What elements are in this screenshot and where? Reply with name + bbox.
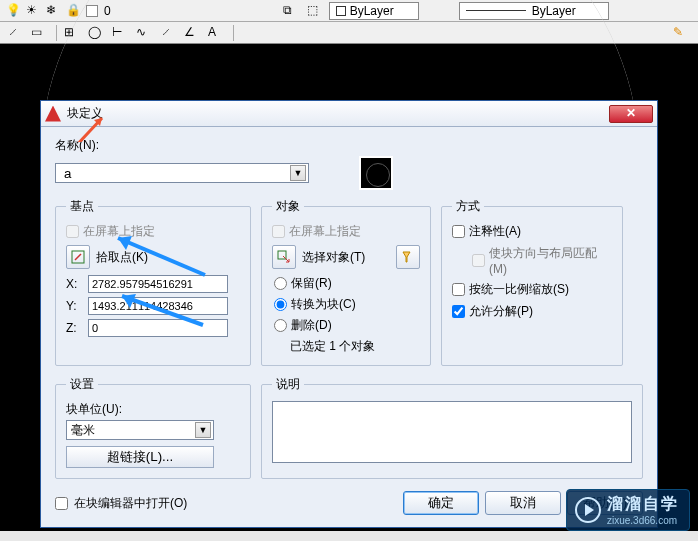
- uniform-scale-checkbox[interactable]: [452, 283, 465, 296]
- open-in-editor-label: 在块编辑器中打开(O): [74, 495, 187, 512]
- convert-radio[interactable]: [274, 298, 287, 311]
- unit-value: 毫米: [71, 422, 95, 439]
- allow-explode-checkbox[interactable]: [452, 305, 465, 318]
- app-icon: [45, 106, 61, 122]
- pick-point-label: 拾取点(K): [96, 249, 148, 266]
- unit-label: 块单位(U):: [66, 401, 240, 418]
- chevron-down-icon[interactable]: ▼: [195, 422, 211, 438]
- hyperlink-button[interactable]: 超链接(L)...: [66, 446, 214, 468]
- play-icon: [575, 497, 601, 523]
- z-label: Z:: [66, 321, 82, 335]
- pick-point-icon: [71, 250, 85, 264]
- basepoint-onscreen-label: 在屏幕上指定: [83, 223, 155, 240]
- rect-tool-icon[interactable]: ▭: [30, 24, 50, 42]
- objects-legend: 对象: [272, 198, 304, 215]
- watermark-url: zixue.3d66.com: [607, 515, 679, 526]
- freeze-icon[interactable]: ❄: [46, 3, 62, 19]
- dialog-title: 块定义: [67, 105, 609, 122]
- watermark-brand: 溜溜自学: [607, 494, 679, 515]
- allow-explode-label: 允许分解(P): [469, 303, 533, 320]
- selection-status: 已选定 1 个对象: [290, 338, 420, 355]
- select-objects-icon: [277, 250, 291, 264]
- quick-select-icon: [401, 250, 415, 264]
- block-preview: [359, 156, 393, 190]
- description-group: 说明: [261, 376, 643, 479]
- quick-select-button[interactable]: [396, 245, 420, 269]
- uniform-scale-label: 按统一比例缩放(S): [469, 281, 569, 298]
- match-orientation-checkbox: [472, 254, 485, 267]
- name-label: 名称(N):: [55, 137, 643, 154]
- close-button[interactable]: ✕: [609, 105, 653, 123]
- annotative-label: 注释性(A): [469, 223, 521, 240]
- lightbulb-icon[interactable]: 💡: [6, 3, 22, 19]
- behavior-legend: 方式: [452, 198, 484, 215]
- delete-label: 删除(D): [291, 317, 332, 334]
- basepoint-onscreen-checkbox: [66, 225, 79, 238]
- watermark: 溜溜自学 zixue.3d66.com: [566, 489, 690, 531]
- open-in-editor-checkbox[interactable]: [55, 497, 68, 510]
- cancel-button[interactable]: 取消: [485, 491, 561, 515]
- select-objects-button[interactable]: [272, 245, 296, 269]
- line-tool-icon[interactable]: ⟋: [6, 24, 26, 42]
- settings-legend: 设置: [66, 376, 98, 393]
- name-input[interactable]: [60, 165, 290, 181]
- ok-button[interactable]: 确定: [403, 491, 479, 515]
- name-input-combo[interactable]: ▼: [55, 163, 309, 183]
- match-orientation-label: 使块方向与布局匹配(M): [489, 245, 612, 276]
- objects-onscreen-checkbox: [272, 225, 285, 238]
- brush-icon[interactable]: ✎: [672, 24, 692, 42]
- select-objects-label: 选择对象(T): [302, 249, 365, 266]
- behavior-group: 方式 注释性(A) 使块方向与布局匹配(M) 按统一比例缩放(S) 允许分解(P…: [441, 198, 623, 366]
- pick-point-button[interactable]: [66, 245, 90, 269]
- convert-label: 转换为块(C): [291, 296, 356, 313]
- block-definition-dialog: 块定义 ✕ 名称(N): ▼ 基点 在屏幕上指定: [40, 100, 658, 528]
- settings-group: 设置 块单位(U): 毫米 ▼ 超链接(L)...: [55, 376, 251, 479]
- chevron-down-icon[interactable]: ▼: [290, 165, 306, 181]
- description-legend: 说明: [272, 376, 304, 393]
- dialog-titlebar[interactable]: 块定义 ✕: [41, 101, 657, 127]
- y-label: Y:: [66, 299, 82, 313]
- x-input[interactable]: [88, 275, 228, 293]
- sun-icon[interactable]: ☀: [26, 3, 42, 19]
- unit-combo[interactable]: 毫米 ▼: [66, 420, 214, 440]
- description-textarea[interactable]: [272, 401, 632, 463]
- retain-radio[interactable]: [274, 277, 287, 290]
- delete-radio[interactable]: [274, 319, 287, 332]
- status-bar: [0, 531, 698, 541]
- y-input[interactable]: [88, 297, 228, 315]
- z-input[interactable]: [88, 319, 228, 337]
- basepoint-group: 基点 在屏幕上指定 拾取点(K) X: Y:: [55, 198, 251, 366]
- x-label: X:: [66, 277, 82, 291]
- annotative-checkbox[interactable]: [452, 225, 465, 238]
- objects-group: 对象 在屏幕上指定 选择对象(T) 保留(R): [261, 198, 431, 366]
- basepoint-legend: 基点: [66, 198, 98, 215]
- retain-label: 保留(R): [291, 275, 332, 292]
- objects-onscreen-label: 在屏幕上指定: [289, 223, 361, 240]
